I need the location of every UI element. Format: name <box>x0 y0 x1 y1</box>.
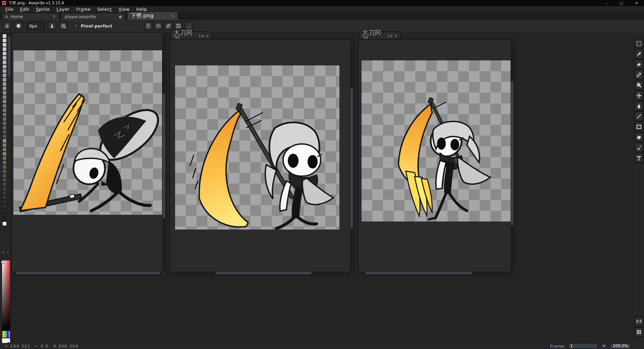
color-selector-marker[interactable] <box>1 261 4 264</box>
symmetry-diagonal-button[interactable] <box>164 21 173 30</box>
palette-swatch[interactable] <box>2 91 7 95</box>
palette-swatch[interactable] <box>2 86 7 91</box>
v-scrollbar-1[interactable] <box>162 34 165 272</box>
v-scrollbar-3[interactable] <box>511 41 514 272</box>
menu-item-view[interactable]: View <box>115 7 133 12</box>
palette-swatch[interactable] <box>2 82 7 86</box>
palette-swatch[interactable] <box>2 134 7 139</box>
palette-swatch[interactable] <box>2 204 7 208</box>
canvas-2[interactable] <box>175 65 339 230</box>
maximize-button[interactable]: ▢ <box>614 0 629 6</box>
ink-type-button[interactable] <box>48 21 56 30</box>
frame-number-input[interactable]: 1 <box>569 343 597 349</box>
v-scroll-thumb[interactable] <box>511 81 513 226</box>
palette-swatch[interactable] <box>2 208 7 213</box>
rectangular-marquee-tool-button[interactable] <box>635 39 643 48</box>
menu-item-sprite[interactable]: Sprite <box>33 7 53 12</box>
menu-item-frame[interactable]: Frame <box>73 7 94 12</box>
palette-swatch[interactable] <box>2 165 7 169</box>
menu-item-select[interactable]: Select <box>94 7 115 12</box>
tab-home[interactable]: ⌂ Home × <box>2 13 59 20</box>
close-icon[interactable]: × <box>206 34 209 38</box>
palette-swatch[interactable] <box>2 178 7 182</box>
palette-swatch[interactable] <box>2 152 7 156</box>
palette-swatch[interactable] <box>2 173 7 178</box>
close-icon[interactable]: × <box>52 14 56 19</box>
rectangle-tool-button[interactable] <box>635 122 643 132</box>
canvas-1[interactable] <box>13 50 162 215</box>
eraser-tool-button[interactable] <box>635 59 643 69</box>
symmetry-horizontal-button[interactable] <box>154 21 163 30</box>
dynamics-button[interactable] <box>59 21 68 30</box>
pencil-tool-button[interactable] <box>635 49 643 59</box>
palette-swatch[interactable] <box>2 139 7 143</box>
palette-swatch[interactable] <box>2 34 7 38</box>
h-scrollbar-2[interactable] <box>171 271 351 275</box>
v-scroll-thumb[interactable] <box>163 94 165 218</box>
palette-swatch[interactable] <box>2 38 7 43</box>
palette-swatch[interactable] <box>2 104 7 108</box>
pixel-perfect-toggle[interactable]: ✓ Pixel-perfect <box>73 23 112 29</box>
h-scrollbar-1[interactable] <box>13 271 163 275</box>
h-scroll-thumb[interactable] <box>365 272 472 274</box>
tab-current-document[interactable]: 下劈.png × <box>127 11 178 20</box>
palette-swatch[interactable] <box>2 60 7 64</box>
palette-swatch[interactable] <box>2 95 7 99</box>
lock-alpha-button[interactable] <box>3 21 11 30</box>
palette-swatch[interactable] <box>2 143 7 147</box>
palette-swatch[interactable] <box>2 51 7 56</box>
text-tool-button[interactable] <box>635 153 643 163</box>
contour-tool-button[interactable] <box>635 132 643 142</box>
sprite-window-1[interactable] <box>11 32 167 276</box>
palette-swatch[interactable] <box>2 99 7 104</box>
palette-swatch[interactable] <box>2 160 7 165</box>
close-button[interactable]: ✕ <box>629 0 644 6</box>
timeline-toggle-button[interactable] <box>635 327 643 337</box>
palette-swatch[interactable] <box>2 78 7 82</box>
h-scroll-thumb[interactable] <box>216 272 312 274</box>
spray-tool-button[interactable] <box>635 143 643 152</box>
color-selector-gradient[interactable] <box>2 260 10 331</box>
close-icon[interactable]: × <box>394 34 397 38</box>
palette-swatch[interactable] <box>2 217 7 221</box>
palette-swatch[interactable] <box>2 121 7 126</box>
move-tool-button[interactable] <box>635 91 643 100</box>
tab-player-aseprite[interactable]: player.aseprite ● <box>61 13 125 20</box>
menu-item-layer[interactable]: Layer <box>53 7 73 12</box>
palette-swatch[interactable] <box>2 112 7 117</box>
palette-swatch[interactable] <box>2 69 7 73</box>
add-frame-button[interactable]: + <box>601 343 607 349</box>
close-icon[interactable]: × <box>171 13 174 18</box>
palette-swatch[interactable] <box>2 47 7 51</box>
h-scrollbar-3[interactable] <box>360 271 512 275</box>
palette-swatch[interactable] <box>2 64 7 69</box>
h-scroll-thumb[interactable] <box>16 272 160 274</box>
palette-swatch[interactable] <box>2 200 7 204</box>
zoom-level-field[interactable]: 200.0% <box>610 343 631 349</box>
palette-swatch[interactable] <box>2 187 7 191</box>
palette-swatch[interactable] <box>2 195 7 200</box>
palette-swatch[interactable] <box>2 221 7 226</box>
zoom-tool-button[interactable] <box>635 80 643 90</box>
checkbox-checked-icon[interactable]: ✓ <box>73 23 78 29</box>
symmetry-vertical-button[interactable] <box>144 21 153 30</box>
palette-swatch[interactable] <box>2 130 7 134</box>
sprite-window-2-tab[interactable]: 大刀冈刀 1.p × <box>170 31 212 40</box>
palette-swatch[interactable] <box>2 108 7 112</box>
menu-item-file[interactable]: File <box>2 7 17 12</box>
hue-slider[interactable] <box>2 331 10 338</box>
palette-swatch[interactable] <box>2 213 7 217</box>
palette-swatch[interactable] <box>2 56 7 60</box>
palette-swatch[interactable] <box>2 169 7 173</box>
sprite-window-3-tab[interactable]: 大刀冈刀 2.p × <box>359 31 401 40</box>
brush-shape-button[interactable] <box>14 21 23 30</box>
palette-options-button[interactable] <box>6 251 10 254</box>
palette-swatch[interactable] <box>2 43 7 47</box>
eyedropper-tool-button[interactable] <box>635 70 643 80</box>
sprite-window-3[interactable] <box>358 39 515 276</box>
minimize-button[interactable]: – <box>599 0 614 6</box>
v-scrollbar-2[interactable] <box>350 41 353 272</box>
brush-size-field[interactable]: 9px <box>26 21 45 30</box>
canvas-3[interactable] <box>362 60 511 221</box>
menu-item-help[interactable]: Help <box>133 7 150 12</box>
